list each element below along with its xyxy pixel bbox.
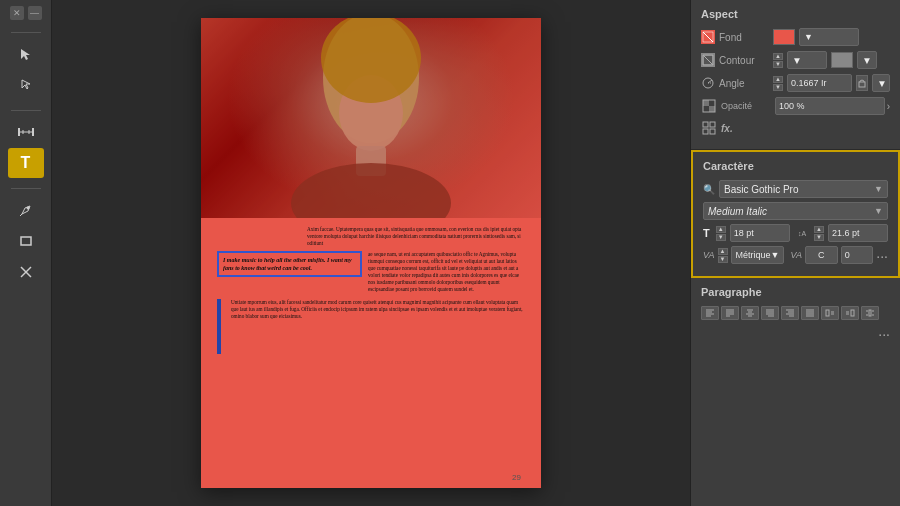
leading-spin[interactable]: ▲ ▼ xyxy=(814,226,824,241)
svg-point-7 xyxy=(26,207,29,210)
contour-end-dropdown[interactable]: ▼ xyxy=(857,51,877,69)
collapse-button[interactable]: — xyxy=(28,6,42,20)
svg-line-8 xyxy=(20,214,22,216)
fx-row: fx. xyxy=(701,120,890,136)
toolbar-divider-3 xyxy=(11,188,41,189)
rectangle-tool[interactable] xyxy=(8,226,44,256)
caractere-section: Caractère 🔍 Basic Gothic Pro ▼ Medium It… xyxy=(691,150,900,278)
tracking-type-dropdown[interactable]: Métrique ▼ xyxy=(731,246,785,264)
tracking-spin[interactable]: ▲ ▼ xyxy=(718,248,728,263)
toolbar-divider-1 xyxy=(11,32,41,33)
direct-select-tool[interactable] xyxy=(8,70,44,100)
size-spin[interactable]: ▲ ▼ xyxy=(716,226,726,241)
fond-row: Fond ▼ xyxy=(701,28,890,46)
paragraphe-section: Paragraphe xyxy=(691,278,900,506)
fond-icon xyxy=(701,30,715,44)
angle-icon xyxy=(701,75,715,91)
body-text-3: Untiate mporrum eius, alit facessi sande… xyxy=(231,299,525,354)
align-left-justify-btn[interactable] xyxy=(721,306,739,320)
angle-end-dropdown[interactable]: ▼ xyxy=(872,74,890,92)
person-figure xyxy=(201,18,541,218)
align-force-justify-btn[interactable] xyxy=(801,306,819,320)
contour-color-box[interactable] xyxy=(831,52,853,68)
contour-row: Contour ▲ ▼ ▼ ▼ xyxy=(701,51,890,69)
arrow-select-tool[interactable] xyxy=(8,39,44,69)
align-left-2-btn[interactable] xyxy=(821,306,839,320)
tracking-row: VA ▲ ▼ Métrique ▼ VA C 0 ··· xyxy=(703,246,888,264)
fond-dropdown[interactable]: ▼ xyxy=(799,28,859,46)
leading-spin-down[interactable]: ▼ xyxy=(814,234,824,241)
kerning-va-label: VA xyxy=(790,250,802,260)
tracking-spin-up[interactable]: ▲ xyxy=(718,248,728,255)
svg-marker-0 xyxy=(21,49,30,60)
align-right-justify-btn[interactable] xyxy=(761,306,779,320)
opacity-input[interactable]: 100 % xyxy=(775,97,885,115)
cross-tool[interactable] xyxy=(8,257,44,287)
spin-up[interactable]: ▲ xyxy=(773,53,783,60)
kerning-value-input[interactable]: 0 xyxy=(841,246,874,264)
font-name-label: Basic Gothic Pro xyxy=(724,184,798,195)
blue-vertical-bar xyxy=(217,299,221,354)
angle-lock-icon[interactable] xyxy=(856,75,868,91)
align-center-btn[interactable] xyxy=(741,306,759,320)
font-style-dropdown[interactable]: Medium Italic ▼ xyxy=(703,202,888,220)
highlighted-quote: I make music to help all the other misfi… xyxy=(223,256,356,272)
highlighted-text-box[interactable]: I make music to help all the other misfi… xyxy=(217,251,362,277)
contour-spin[interactable]: ▲ ▼ xyxy=(773,53,783,68)
svg-rect-25 xyxy=(859,82,865,87)
selection-tools-group xyxy=(0,39,51,100)
font-style-chevron: ▼ xyxy=(874,206,883,216)
tracking-va-label: VA xyxy=(703,250,715,260)
align-right-2-btn[interactable] xyxy=(841,306,859,320)
pen-tool[interactable] xyxy=(8,195,44,225)
angle-input[interactable]: 0.1667 Ir xyxy=(787,74,852,92)
svg-rect-32 xyxy=(710,129,715,134)
size-spin-up[interactable]: ▲ xyxy=(716,226,726,233)
opacity-icon xyxy=(701,98,717,114)
contour-icon xyxy=(701,53,715,67)
caractere-more-options[interactable]: ··· xyxy=(876,248,888,264)
svg-rect-30 xyxy=(710,122,715,127)
page-text-area: Axim faccae. Uptatempera quas que sit, s… xyxy=(201,218,541,362)
svg-rect-9 xyxy=(21,237,31,245)
align-left-btn[interactable] xyxy=(701,306,719,320)
body-text-1: Axim faccae. Uptatempera quas que sit, s… xyxy=(217,226,525,247)
document-page: Axim faccae. Uptatempera quas que sit, s… xyxy=(201,18,541,488)
align-right-btn[interactable] xyxy=(781,306,799,320)
angle-spin-up[interactable]: ▲ xyxy=(773,76,783,83)
fond-color-swatch[interactable] xyxy=(773,29,795,45)
fx-label[interactable]: fx. xyxy=(721,123,733,134)
size-spin-down[interactable]: ▼ xyxy=(716,234,726,241)
toolbar-divider-2 xyxy=(11,110,41,111)
paragraph-align-row xyxy=(701,306,890,320)
font-name-dropdown[interactable]: Basic Gothic Pro ▼ xyxy=(719,180,888,198)
caractere-title: Caractère xyxy=(703,160,888,172)
kerning-c-label: C xyxy=(805,246,838,264)
font-style-label: Medium Italic xyxy=(708,206,767,217)
svg-rect-28 xyxy=(709,106,715,112)
leading-spin-up[interactable]: ▲ xyxy=(814,226,824,233)
drawing-tools-group xyxy=(0,195,51,287)
angle-label: Angle xyxy=(719,78,769,89)
opacity-label: Opacité xyxy=(721,101,771,111)
spin-down[interactable]: ▼ xyxy=(773,61,783,68)
font-size-input[interactable]: 18 pt xyxy=(730,224,790,242)
svg-rect-61 xyxy=(851,310,854,316)
contour-dropdown[interactable]: ▼ xyxy=(787,51,827,69)
svg-marker-1 xyxy=(22,80,30,89)
right-panel: Aspect Fond ▼ Contour xyxy=(690,0,900,506)
tracking-type-label: Métrique xyxy=(736,250,771,260)
paragraphe-more-options[interactable]: ··· xyxy=(878,326,890,342)
angle-spin[interactable]: ▲ ▼ xyxy=(773,76,783,91)
close-button[interactable]: ✕ xyxy=(10,6,24,20)
align-center-2-btn[interactable] xyxy=(861,306,879,320)
distribute-tool[interactable] xyxy=(8,117,44,147)
angle-spin-down[interactable]: ▼ xyxy=(773,84,783,91)
svg-rect-31 xyxy=(703,129,708,134)
tracking-spin-down[interactable]: ▼ xyxy=(718,256,728,263)
text-tool[interactable]: T xyxy=(8,148,44,178)
fx-grid-icon xyxy=(701,120,717,136)
leading-input[interactable]: 21.6 pt xyxy=(828,224,888,242)
opacity-chevron[interactable]: › xyxy=(887,101,890,112)
svg-rect-58 xyxy=(826,310,829,316)
